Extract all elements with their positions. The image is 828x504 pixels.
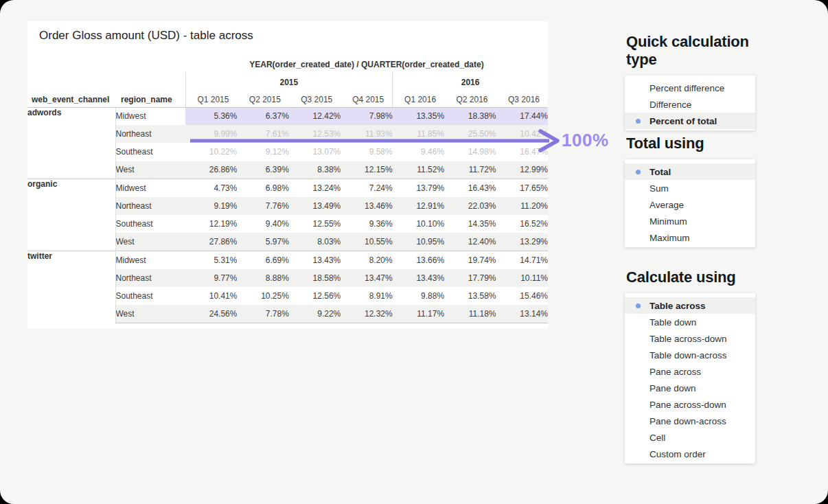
option-average[interactable]: Average bbox=[625, 196, 755, 213]
value-cell[interactable]: 12.53% bbox=[289, 125, 341, 143]
value-cell[interactable]: 7.78% bbox=[237, 305, 288, 323]
region-cell-northeast[interactable]: Northeast bbox=[115, 269, 185, 287]
value-cell[interactable]: 13.79% bbox=[393, 179, 444, 197]
column-header-q1-2015[interactable]: Q1 2015 bbox=[185, 92, 237, 107]
value-cell[interactable]: 18.38% bbox=[444, 107, 496, 125]
region-cell-southeast[interactable]: Southeast bbox=[115, 215, 185, 233]
value-cell[interactable]: 13.29% bbox=[496, 233, 548, 251]
column-header-region-name[interactable]: region_name bbox=[115, 92, 185, 107]
value-cell[interactable]: 19.74% bbox=[444, 251, 496, 269]
value-cell[interactable]: 13.07% bbox=[289, 143, 341, 161]
value-cell[interactable]: 17.79% bbox=[444, 269, 496, 287]
value-cell[interactable]: 7.98% bbox=[341, 107, 392, 125]
region-cell-west[interactable]: West bbox=[115, 161, 185, 179]
option-pane-across-down[interactable]: Pane across-down bbox=[625, 396, 755, 413]
channel-cell-twitter[interactable]: twitter bbox=[27, 251, 115, 323]
value-cell[interactable]: 18.58% bbox=[289, 269, 341, 287]
option-total[interactable]: Total bbox=[625, 163, 755, 180]
column-header-q3-2015[interactable]: Q3 2015 bbox=[289, 92, 341, 107]
region-cell-midwest[interactable]: Midwest bbox=[115, 251, 185, 269]
channel-cell-organic[interactable]: organic bbox=[27, 179, 115, 251]
value-cell[interactable]: 9.22% bbox=[289, 305, 341, 323]
value-cell[interactable]: 17.65% bbox=[496, 179, 548, 197]
region-cell-west[interactable]: West bbox=[115, 305, 185, 323]
value-cell[interactable]: 8.88% bbox=[237, 269, 288, 287]
value-cell[interactable]: 12.91% bbox=[393, 197, 444, 215]
value-cell[interactable]: 24.56% bbox=[185, 305, 237, 323]
value-cell[interactable]: 12.56% bbox=[289, 287, 341, 305]
value-cell[interactable]: 27.86% bbox=[185, 233, 237, 251]
value-cell[interactable]: 12.42% bbox=[289, 107, 341, 125]
option-pane-down-across[interactable]: Pane down-across bbox=[625, 413, 755, 429]
option-cell[interactable]: Cell bbox=[625, 429, 755, 446]
value-cell[interactable]: 10.11% bbox=[496, 269, 548, 287]
value-cell[interactable]: 6.98% bbox=[237, 179, 288, 197]
value-cell[interactable]: 12.19% bbox=[185, 215, 237, 233]
value-cell[interactable]: 10.10% bbox=[393, 215, 444, 233]
value-cell[interactable]: 13.24% bbox=[289, 179, 341, 197]
value-cell[interactable]: 11.72% bbox=[444, 161, 496, 179]
value-cell[interactable]: 13.35% bbox=[393, 107, 444, 125]
value-cell[interactable]: 16.52% bbox=[496, 215, 548, 233]
region-cell-northeast[interactable]: Northeast bbox=[115, 125, 185, 143]
value-cell[interactable]: 12.32% bbox=[341, 305, 392, 323]
value-cell[interactable]: 9.77% bbox=[185, 269, 237, 287]
value-cell[interactable]: 13.43% bbox=[393, 269, 444, 287]
value-cell[interactable]: 8.20% bbox=[341, 251, 392, 269]
value-cell[interactable]: 13.66% bbox=[393, 251, 444, 269]
value-cell[interactable]: 5.97% bbox=[237, 233, 288, 251]
column-header-q3-2016[interactable]: Q3 2016 bbox=[496, 92, 548, 107]
value-cell[interactable]: 9.88% bbox=[393, 287, 444, 305]
value-cell[interactable]: 11.52% bbox=[393, 161, 444, 179]
region-cell-midwest[interactable]: Midwest bbox=[115, 107, 185, 125]
value-cell[interactable]: 9.40% bbox=[237, 215, 288, 233]
option-minimum[interactable]: Minimum bbox=[625, 213, 755, 229]
column-header-q2-2016[interactable]: Q2 2016 bbox=[444, 92, 496, 107]
column-header-q2-2015[interactable]: Q2 2015 bbox=[237, 92, 288, 107]
channel-cell-adwords[interactable]: adwords bbox=[27, 107, 115, 179]
value-cell[interactable]: 9.46% bbox=[393, 143, 444, 161]
value-cell[interactable]: 11.85% bbox=[393, 125, 444, 143]
value-cell[interactable]: 22.03% bbox=[444, 197, 496, 215]
value-cell[interactable]: 14.35% bbox=[444, 215, 496, 233]
value-cell[interactable]: 6.69% bbox=[237, 251, 288, 269]
value-cell[interactable]: 7.61% bbox=[237, 125, 288, 143]
value-cell[interactable]: 10.41% bbox=[185, 287, 237, 305]
value-cell[interactable]: 10.22% bbox=[185, 143, 237, 161]
value-cell[interactable]: 8.38% bbox=[289, 161, 341, 179]
value-cell[interactable]: 11.17% bbox=[393, 305, 444, 323]
value-cell[interactable]: 9.19% bbox=[185, 197, 237, 215]
region-cell-west[interactable]: West bbox=[115, 233, 185, 251]
value-cell[interactable]: 17.44% bbox=[496, 107, 548, 125]
value-cell[interactable]: 25.50% bbox=[444, 125, 496, 143]
value-cell[interactable]: 12.55% bbox=[289, 215, 341, 233]
value-cell[interactable]: 13.14% bbox=[496, 305, 548, 323]
value-cell[interactable]: 13.49% bbox=[289, 197, 341, 215]
value-cell[interactable]: 11.93% bbox=[341, 125, 392, 143]
option-maximum[interactable]: Maximum bbox=[625, 229, 755, 246]
value-cell[interactable]: 8.03% bbox=[289, 233, 341, 251]
value-cell[interactable]: 4.73% bbox=[185, 179, 237, 197]
region-cell-southeast[interactable]: Southeast bbox=[115, 143, 185, 161]
value-cell[interactable]: 10.95% bbox=[393, 233, 444, 251]
option-table-down-across[interactable]: Table down-across bbox=[625, 347, 755, 363]
option-pane-down[interactable]: Pane down bbox=[625, 380, 755, 396]
value-cell[interactable]: 13.43% bbox=[289, 251, 341, 269]
option-pane-across[interactable]: Pane across bbox=[625, 363, 755, 380]
value-cell[interactable]: 9.99% bbox=[185, 125, 237, 143]
value-cell[interactable]: 13.58% bbox=[444, 287, 496, 305]
option-difference[interactable]: Difference bbox=[625, 96, 755, 113]
value-cell[interactable]: 7.24% bbox=[341, 179, 392, 197]
value-cell[interactable]: 10.25% bbox=[237, 287, 288, 305]
value-cell[interactable]: 9.58% bbox=[341, 143, 392, 161]
region-cell-southeast[interactable]: Southeast bbox=[115, 287, 185, 305]
value-cell[interactable]: 10.55% bbox=[341, 233, 392, 251]
value-cell[interactable]: 6.39% bbox=[237, 161, 288, 179]
value-cell[interactable]: 12.99% bbox=[496, 161, 548, 179]
value-cell[interactable]: 10.42% bbox=[496, 125, 548, 143]
option-percent-of-total[interactable]: Percent of total bbox=[625, 113, 755, 129]
value-cell[interactable]: 8.91% bbox=[341, 287, 392, 305]
value-cell[interactable]: 7.76% bbox=[237, 197, 288, 215]
value-cell[interactable]: 16.43% bbox=[444, 179, 496, 197]
value-cell[interactable]: 26.86% bbox=[185, 161, 237, 179]
